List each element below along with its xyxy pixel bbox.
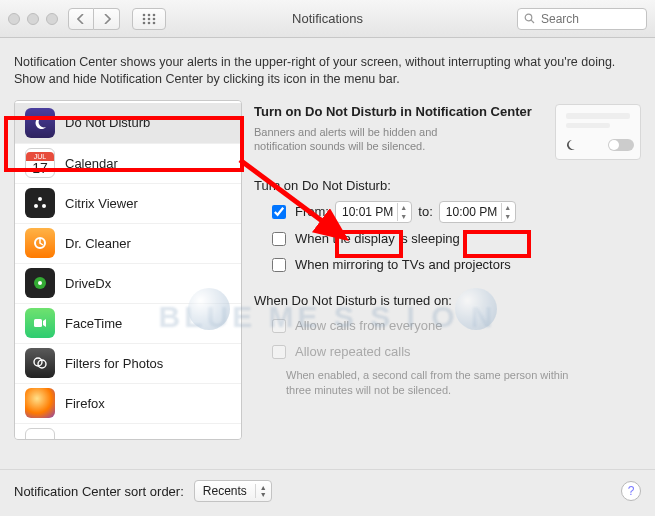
svg-point-8 [153,21,156,24]
sleeping-checkbox[interactable] [272,232,286,246]
filters-icon [25,348,55,378]
sort-order-label: Notification Center sort order: [14,484,184,499]
toggle-icon [608,139,634,151]
from-label: From: [295,204,329,219]
back-button[interactable] [68,8,94,30]
sidebar-item-do-not-disturb[interactable]: Do Not Disturb [15,103,241,143]
svg-rect-20 [32,439,48,440]
svg-point-3 [143,17,146,20]
zoom-window-button[interactable] [46,13,58,25]
sidebar-item-games[interactable]: Games [15,423,241,440]
svg-line-10 [531,20,534,23]
svg-point-12 [34,204,38,208]
dr-cleaner-icon [25,228,55,258]
mirroring-row: When mirroring to TVs and projectors [268,255,641,275]
calendar-icon: JUL 17 [25,148,55,178]
sidebar-item-label: Dr. Cleaner [65,236,131,251]
citrix-icon [25,188,55,218]
moon-icon [25,108,55,138]
sidebar-item-drivedx[interactable]: DriveDx [15,263,241,303]
sidebar-item-citrix-viewer[interactable]: Citrix Viewer [15,183,241,223]
sidebar-item-label: Calendar [65,156,118,171]
repeated-calls-checkbox[interactable] [272,345,286,359]
nav-buttons [68,8,120,30]
from-checkbox[interactable] [272,205,286,219]
sidebar-item-facetime[interactable]: FaceTime [15,303,241,343]
svg-point-6 [143,21,146,24]
to-label: to: [418,204,432,219]
sort-order-value: Recents [203,484,247,498]
panel-heading: Turn on Do Not Disturb in Notification C… [254,104,545,121]
svg-rect-17 [34,319,42,327]
search-input[interactable] [539,11,640,27]
calls-everyone-checkbox[interactable] [272,319,286,333]
games-icon [25,428,55,440]
svg-point-7 [148,21,151,24]
sidebar-item-filters-for-photos[interactable]: Filters for Photos [15,343,241,383]
repeated-calls-label: Allow repeated calls [295,344,411,359]
calls-everyone-row: Allow calls from everyone [268,316,641,336]
sidebar-item-calendar[interactable]: JUL 17 Calendar [15,143,241,183]
calls-everyone-label: Allow calls from everyone [295,318,442,333]
app-list[interactable]: Do Not Disturb JUL 17 Calendar Citrix Vi… [14,100,242,440]
from-time-field[interactable]: 10:01 PM ▲▼ [335,201,412,223]
mirroring-label: When mirroring to TVs and projectors [295,257,511,272]
mirroring-checkbox[interactable] [272,258,286,272]
content: Notification Center shows your alerts in… [0,38,655,448]
from-time-value: 10:01 PM [342,205,393,219]
firefox-icon [25,388,55,418]
svg-point-1 [148,13,151,16]
svg-point-0 [143,13,146,16]
repeated-calls-note: When enabled, a second call from the sam… [286,368,596,398]
sidebar-item-label: Filters for Photos [65,356,163,371]
sidebar-item-firefox[interactable]: Firefox [15,383,241,423]
sidebar-item-label: FaceTime [65,316,122,331]
svg-point-11 [38,197,42,201]
to-time-field[interactable]: 10:00 PM ▲▼ [439,201,516,223]
close-window-button[interactable] [8,13,20,25]
search-field[interactable] [517,8,647,30]
forward-button[interactable] [94,8,120,30]
svg-point-16 [38,281,42,285]
section-when-on-title: When Do Not Disturb is turned on: [254,293,641,308]
svg-point-4 [148,17,151,20]
stepper-icon[interactable]: ▲▼ [397,203,409,221]
sidebar-item-label: Games [65,436,107,440]
minimize-window-button[interactable] [27,13,39,25]
svg-point-2 [153,13,156,16]
sidebar-item-label: DriveDx [65,276,111,291]
stepper-icon[interactable]: ▲▼ [501,203,513,221]
schedule-row: From: 10:01 PM ▲▼ to: 10:00 PM ▲▼ [268,201,641,223]
titlebar: Notifications [0,0,655,38]
preview-thumbnail [555,104,641,160]
sleeping-row: When the display is sleeping [268,229,641,249]
window-controls [8,13,58,25]
sidebar-item-label: Firefox [65,396,105,411]
svg-point-5 [153,17,156,20]
search-icon [524,13,535,24]
section-schedule-title: Turn on Do Not Disturb: [254,178,641,193]
to-time-value: 10:00 PM [446,205,497,219]
svg-point-9 [525,14,532,21]
footer: Notification Center sort order: Recents … [0,469,655,516]
sort-order-select[interactable]: Recents ▲▼ [194,480,272,502]
show-all-button[interactable] [132,8,166,30]
facetime-icon [25,308,55,338]
sidebar-item-label: Citrix Viewer [65,196,138,211]
moon-icon [564,139,576,151]
sidebar-item-label: Do Not Disturb [65,115,150,130]
sleeping-label: When the display is sleeping [295,231,460,246]
svg-point-13 [42,204,46,208]
chevron-updown-icon: ▲▼ [255,484,267,498]
panel-subheading: Banners and alerts will be hidden and no… [254,125,454,155]
help-button[interactable]: ? [621,481,641,501]
intro-text: Notification Center shows your alerts in… [14,54,641,88]
settings-panel: Turn on Do Not Disturb in Notification C… [254,100,641,440]
drivedx-icon [25,268,55,298]
sidebar-item-dr-cleaner[interactable]: Dr. Cleaner [15,223,241,263]
repeated-calls-row: Allow repeated calls [268,342,641,362]
